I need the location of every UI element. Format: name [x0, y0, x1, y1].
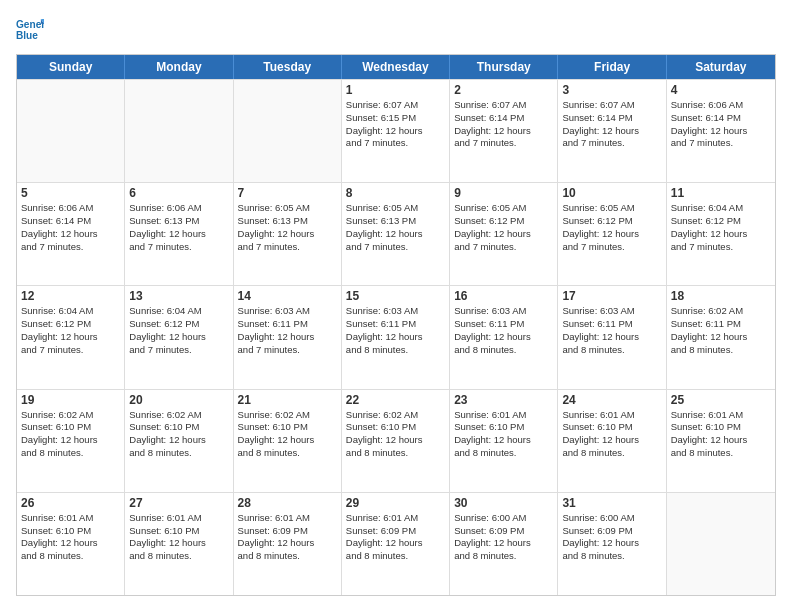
cell-info-line: Daylight: 12 hours	[562, 537, 661, 550]
cal-cell: 31Sunrise: 6:00 AMSunset: 6:09 PMDayligh…	[558, 493, 666, 595]
cell-info-line: Daylight: 12 hours	[21, 331, 120, 344]
cell-info-line: Sunset: 6:14 PM	[21, 215, 120, 228]
cell-info-line: Sunset: 6:09 PM	[454, 525, 553, 538]
cell-info-line: Daylight: 12 hours	[346, 434, 445, 447]
cell-info-line: Sunset: 6:13 PM	[238, 215, 337, 228]
cell-info-line: and 8 minutes.	[454, 447, 553, 460]
cell-info-line: Sunset: 6:11 PM	[671, 318, 771, 331]
cell-info-line: Daylight: 12 hours	[562, 125, 661, 138]
cell-info-line: Sunset: 6:13 PM	[129, 215, 228, 228]
cell-info-line: and 7 minutes.	[454, 137, 553, 150]
cal-header-wednesday: Wednesday	[342, 55, 450, 79]
cell-info-line: Daylight: 12 hours	[671, 125, 771, 138]
cal-cell: 13Sunrise: 6:04 AMSunset: 6:12 PMDayligh…	[125, 286, 233, 388]
cell-info-line: and 7 minutes.	[238, 241, 337, 254]
cell-info-line: Sunrise: 6:03 AM	[238, 305, 337, 318]
cell-info-line: Daylight: 12 hours	[129, 228, 228, 241]
cell-info-line: Sunset: 6:11 PM	[454, 318, 553, 331]
day-number: 11	[671, 186, 771, 200]
cell-info-line: Sunrise: 6:01 AM	[671, 409, 771, 422]
cell-info-line: Sunrise: 6:01 AM	[346, 512, 445, 525]
cell-info-line: Sunset: 6:10 PM	[454, 421, 553, 434]
cell-info-line: and 7 minutes.	[671, 137, 771, 150]
cell-info-line: Sunrise: 6:05 AM	[454, 202, 553, 215]
cell-info-line: Sunrise: 6:01 AM	[562, 409, 661, 422]
cell-info-line: Sunset: 6:10 PM	[129, 525, 228, 538]
cal-week-4: 26Sunrise: 6:01 AMSunset: 6:10 PMDayligh…	[17, 492, 775, 595]
cell-info-line: Sunset: 6:10 PM	[671, 421, 771, 434]
cal-cell: 11Sunrise: 6:04 AMSunset: 6:12 PMDayligh…	[667, 183, 775, 285]
cell-info-line: Sunrise: 6:07 AM	[562, 99, 661, 112]
day-number: 30	[454, 496, 553, 510]
cell-info-line: Sunrise: 6:01 AM	[454, 409, 553, 422]
day-number: 16	[454, 289, 553, 303]
cell-info-line: Sunset: 6:11 PM	[562, 318, 661, 331]
day-number: 6	[129, 186, 228, 200]
day-number: 12	[21, 289, 120, 303]
cell-info-line: Sunrise: 6:02 AM	[346, 409, 445, 422]
day-number: 13	[129, 289, 228, 303]
cell-info-line: Sunset: 6:10 PM	[562, 421, 661, 434]
cell-info-line: Sunset: 6:12 PM	[562, 215, 661, 228]
cell-info-line: Sunset: 6:14 PM	[671, 112, 771, 125]
cell-info-line: Daylight: 12 hours	[238, 434, 337, 447]
cell-info-line: and 8 minutes.	[671, 447, 771, 460]
cell-info-line: Sunset: 6:09 PM	[238, 525, 337, 538]
cal-cell: 10Sunrise: 6:05 AMSunset: 6:12 PMDayligh…	[558, 183, 666, 285]
cell-info-line: Sunset: 6:14 PM	[562, 112, 661, 125]
cell-info-line: Sunset: 6:10 PM	[238, 421, 337, 434]
cal-cell: 7Sunrise: 6:05 AMSunset: 6:13 PMDaylight…	[234, 183, 342, 285]
svg-text:General: General	[16, 19, 44, 30]
day-number: 19	[21, 393, 120, 407]
cell-info-line: and 7 minutes.	[454, 241, 553, 254]
day-number: 23	[454, 393, 553, 407]
cal-cell: 26Sunrise: 6:01 AMSunset: 6:10 PMDayligh…	[17, 493, 125, 595]
cell-info-line: Sunrise: 6:05 AM	[346, 202, 445, 215]
cell-info-line: and 7 minutes.	[562, 241, 661, 254]
cell-info-line: Sunrise: 6:03 AM	[346, 305, 445, 318]
cal-cell: 2Sunrise: 6:07 AMSunset: 6:14 PMDaylight…	[450, 80, 558, 182]
cal-header-tuesday: Tuesday	[234, 55, 342, 79]
logo: General Blue	[16, 16, 52, 44]
cell-info-line: Sunset: 6:12 PM	[671, 215, 771, 228]
cal-cell: 17Sunrise: 6:03 AMSunset: 6:11 PMDayligh…	[558, 286, 666, 388]
cell-info-line: and 8 minutes.	[562, 550, 661, 563]
cal-cell: 1Sunrise: 6:07 AMSunset: 6:15 PMDaylight…	[342, 80, 450, 182]
cell-info-line: Sunset: 6:12 PM	[129, 318, 228, 331]
cell-info-line: and 7 minutes.	[21, 344, 120, 357]
cell-info-line: Sunrise: 6:02 AM	[238, 409, 337, 422]
cell-info-line: Sunrise: 6:07 AM	[454, 99, 553, 112]
day-number: 22	[346, 393, 445, 407]
cell-info-line: Sunset: 6:14 PM	[454, 112, 553, 125]
cell-info-line: Daylight: 12 hours	[346, 537, 445, 550]
page: General Blue SundayMondayTuesdayWednesda…	[0, 0, 792, 612]
cal-week-0: 1Sunrise: 6:07 AMSunset: 6:15 PMDaylight…	[17, 79, 775, 182]
day-number: 21	[238, 393, 337, 407]
cal-header-saturday: Saturday	[667, 55, 775, 79]
cell-info-line: Sunset: 6:09 PM	[562, 525, 661, 538]
cal-cell: 25Sunrise: 6:01 AMSunset: 6:10 PMDayligh…	[667, 390, 775, 492]
cell-info-line: and 8 minutes.	[21, 447, 120, 460]
cell-info-line: Daylight: 12 hours	[671, 434, 771, 447]
day-number: 9	[454, 186, 553, 200]
day-number: 18	[671, 289, 771, 303]
cell-info-line: Daylight: 12 hours	[346, 125, 445, 138]
day-number: 27	[129, 496, 228, 510]
cal-cell: 19Sunrise: 6:02 AMSunset: 6:10 PMDayligh…	[17, 390, 125, 492]
cell-info-line: and 8 minutes.	[238, 550, 337, 563]
cell-info-line: Sunrise: 6:05 AM	[238, 202, 337, 215]
cell-info-line: and 8 minutes.	[346, 550, 445, 563]
calendar-body: 1Sunrise: 6:07 AMSunset: 6:15 PMDaylight…	[17, 79, 775, 595]
cal-week-2: 12Sunrise: 6:04 AMSunset: 6:12 PMDayligh…	[17, 285, 775, 388]
cell-info-line: and 8 minutes.	[562, 344, 661, 357]
svg-text:Blue: Blue	[16, 30, 38, 41]
cell-info-line: Sunset: 6:10 PM	[129, 421, 228, 434]
cell-info-line: Sunrise: 6:06 AM	[21, 202, 120, 215]
cal-cell: 16Sunrise: 6:03 AMSunset: 6:11 PMDayligh…	[450, 286, 558, 388]
cell-info-line: and 8 minutes.	[238, 447, 337, 460]
cell-info-line: and 7 minutes.	[671, 241, 771, 254]
cell-info-line: Sunrise: 6:00 AM	[562, 512, 661, 525]
cell-info-line: Sunset: 6:10 PM	[21, 421, 120, 434]
cal-cell: 15Sunrise: 6:03 AMSunset: 6:11 PMDayligh…	[342, 286, 450, 388]
cell-info-line: Sunrise: 6:04 AM	[129, 305, 228, 318]
